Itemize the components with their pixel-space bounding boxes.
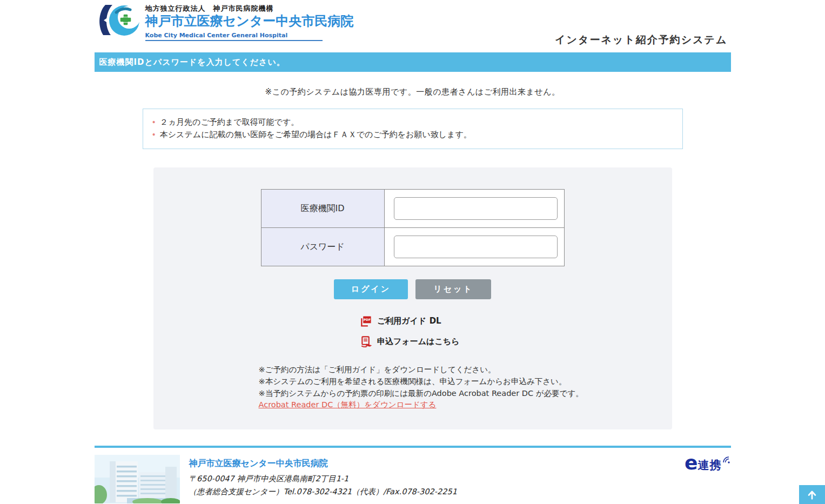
footer-text-block: 神戸市立医療センター中央市民病院 〒650-0047 神戸市中央区港島南町2丁目… [189,455,457,504]
hospital-name-english: Kobe City Medical Center General Hospita… [145,31,323,41]
medical-id-input[interactable] [394,197,558,220]
form-pencil-icon [360,335,372,348]
page-container: 地方独立行政法人 神戸市民病院機構 神戸市立医療センター中央市民病院 Kobe … [95,0,731,504]
info-bullet-line: •２ヵ月先のご予約まで取得可能です。 [152,116,674,129]
signal-waves-icon [722,456,731,464]
info-bullet-line: •本システムに記載の無い医師をご希望の場合はＦＡＸでのご予約をお願い致します。 [152,129,674,141]
header: 地方独立行政法人 神戸市民病院機構 神戸市立医療センター中央市民病院 Kobe … [95,0,731,36]
pdf-icon: PDF [360,315,372,327]
bullet-icon: • [152,118,156,126]
note-line: ※ご予約の方法は「ご利用ガイド」をダウンロードしてください。 [259,364,672,376]
footer-contact: （患者総合支援センター）Tel.078-302-4321（代表）/Fax.078… [189,487,457,497]
acrobat-download-link[interactable]: Acrobat Reader DC（無料）をダウンロードする [259,399,437,411]
footer-divider [95,446,731,448]
info-box: •２ヵ月先のご予約まで取得可能です。 •本システムに記載の無い医師をご希望の場合… [143,109,683,149]
hospital-logo-icon [95,4,142,36]
password-label: パスワード [261,228,384,266]
footer-hospital-name: 神戸市立医療センター中央市民病院 [189,458,457,469]
medical-id-label: 医療機関ID [261,190,384,228]
form-link-label: 申込フォームはこちら [377,337,459,347]
password-input[interactable] [394,236,558,258]
hospital-name: 神戸市立医療センター中央市民病院 [145,14,354,29]
back-to-top-button[interactable] [799,485,825,504]
footer-address: 〒650-0047 神戸市中央区港島南町2丁目1-1 [189,474,457,484]
button-row: ログイン リセット [153,279,672,299]
table-row-medical-id: 医療機関ID [261,190,564,228]
login-table: 医療機関ID パスワード [261,189,565,266]
e-renkei-text: 連携 [698,460,722,471]
info-bullet-text: ２ヵ月先のご予約まで取得可能です。 [160,117,299,127]
document-links: PDF ご利用ガイド DL 申込フォームはこちら [360,315,465,348]
organization-line: 地方独立行政法人 神戸市民病院機構 [145,4,354,14]
login-button[interactable]: ログイン [334,279,408,299]
system-title: インターネット紹介予約システム [555,33,727,47]
note-line: ※当予約システムからの予約票の印刷には最新のAdobe Acrobat Read… [259,388,672,400]
info-bullet-text: 本システムに記載の無い医師をご希望の場合はＦＡＸでのご予約をお願い致します。 [160,130,472,139]
notes-block: ※ご予約の方法は「ご利用ガイド」をダウンロードしてください。 ※本システムのご利… [259,364,672,411]
application-form-link[interactable]: 申込フォームはこちら [360,335,465,348]
up-arrow-icon [806,489,818,501]
password-cell [384,228,564,266]
hospital-photo [95,455,180,503]
usage-notice: ※この予約システムは協力医専用です。一般の患者さんはご利用出来ません。 [95,87,731,97]
e-renkei-logo[interactable]: e 連携 [685,455,730,472]
reset-button[interactable]: リセット [415,279,491,299]
guide-download-link[interactable]: PDF ご利用ガイド DL [360,315,465,327]
bullet-icon: • [152,130,156,139]
table-row-password: パスワード [261,228,564,266]
footer: 神戸市立医療センター中央市民病院 〒650-0047 神戸市中央区港島南町2丁目… [95,455,731,504]
instruction-banner: 医療機関IDとパスワードを入力してください。 [95,52,731,72]
medical-id-cell [384,190,564,228]
e-renkei-e: e [685,455,697,472]
guide-link-label: ご利用ガイド DL [377,316,441,326]
login-panel: 医療機関ID パスワード ログイン リセット PDF [153,167,672,429]
note-line: ※本システムのご利用を希望される医療機関様は、申込フォームからお申込み下さい。 [259,376,672,388]
pdf-icon-label: PDF [364,318,371,321]
header-text-block: 地方独立行政法人 神戸市民病院機構 神戸市立医療センター中央市民病院 Kobe … [145,4,354,36]
